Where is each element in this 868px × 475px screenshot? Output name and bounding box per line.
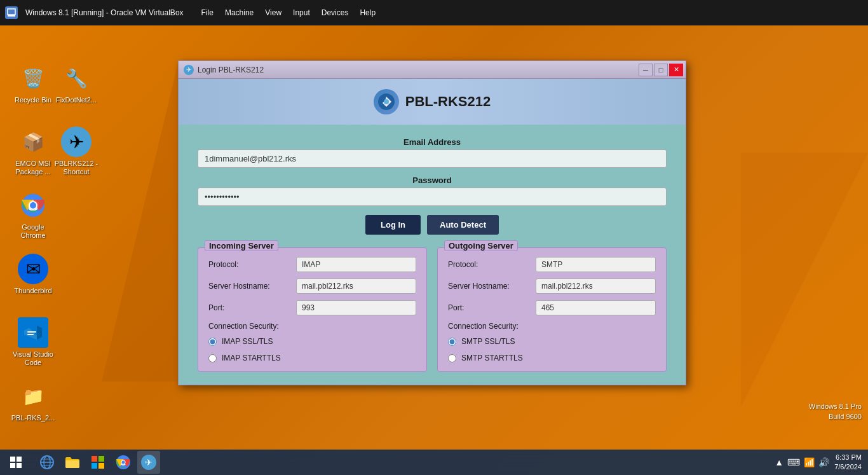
svg-rect-7	[27, 331, 36, 333]
taskbar-pbl-icon[interactable]: ✈	[137, 451, 160, 474]
incoming-ssl-label: IMAP SSL/TLS	[222, 337, 273, 346]
outgoing-server-section: Outgoing Server Protocol: Server Hostnam…	[437, 247, 667, 372]
password-group: Password	[198, 176, 667, 206]
auto-detect-button[interactable]: Auto Detect	[427, 215, 499, 235]
login-button[interactable]: Log In	[365, 215, 421, 235]
thunderbird-label: Thunderbird	[14, 287, 51, 295]
modal-title-left: ✈ Login PBL-RKS212	[184, 65, 264, 75]
action-buttons: Log In Auto Detect	[198, 215, 667, 235]
desktop-icon-chrome[interactable]: Google Chrome	[8, 188, 58, 242]
modal-minimize-btn[interactable]: ─	[639, 64, 653, 76]
desktop-icon-folder[interactable]: 📁 PBL-RKS_2...	[8, 378, 58, 425]
password-input[interactable]	[198, 188, 667, 206]
outgoing-hostname-field: Server Hostname:	[448, 279, 656, 294]
desktop-icon-pbl[interactable]: ✈ PBLRKS212 - Shortcut	[51, 124, 102, 179]
password-label: Password	[198, 176, 667, 185]
outgoing-ssl-label: SMTP SSL/TLS	[461, 337, 515, 346]
modal-maximize-btn[interactable]: □	[654, 64, 668, 76]
incoming-ssl-option[interactable]: IMAP SSL/TLS	[208, 337, 416, 346]
svg-rect-23	[98, 463, 104, 469]
systray-icons: ▲ ⌨ 📶 🔊	[775, 457, 829, 467]
incoming-ssl-radio[interactable]	[208, 338, 217, 346]
svg-rect-1	[8, 15, 15, 17]
systray-arrow-icon[interactable]: ▲	[775, 457, 783, 467]
system-clock[interactable]: 6:33 PM 7/6/2024	[834, 453, 862, 472]
outgoing-starttls-radio[interactable]	[448, 354, 456, 362]
menu-input[interactable]: Input	[288, 6, 315, 20]
systray: ▲ ⌨ 📶 🔊 6:33 PM 7/6/2024	[775, 453, 868, 472]
pbl-label: PBLRKS212 - Shortcut	[53, 160, 99, 176]
modal-close-btn[interactable]: ✕	[669, 64, 683, 76]
pbl-icon: ✈	[61, 127, 92, 157]
taskbar-store-icon[interactable]	[86, 451, 109, 474]
outgoing-ssl-radio[interactable]	[448, 338, 456, 346]
incoming-hostname-input[interactable]	[296, 279, 416, 294]
email-label: Email Address	[198, 137, 667, 147]
svg-point-6	[30, 202, 36, 209]
incoming-port-field: Port:	[208, 300, 416, 315]
svg-rect-13	[10, 463, 15, 468]
desktop-icon-vscode[interactable]: Visual Studio Code	[8, 315, 58, 369]
outgoing-hostname-label: Server Hostname:	[448, 282, 531, 291]
taskbar-pbl-app-icon: ✈	[141, 455, 156, 470]
svg-rect-22	[92, 463, 97, 469]
menu-file[interactable]: File	[196, 6, 219, 20]
svg-rect-14	[17, 463, 22, 468]
modal-titlebar: ✈ Login PBL-RKS212 ─ □ ✕	[179, 61, 686, 79]
taskbar-chrome-taskbar-icon[interactable]	[112, 451, 135, 474]
thunderbird-icon: ✉	[18, 254, 48, 284]
emco-icon: 📦	[18, 127, 48, 157]
incoming-port-input[interactable]	[296, 300, 416, 315]
incoming-radio-group: IMAP SSL/TLS IMAP STARTTLS	[208, 337, 416, 362]
incoming-server-section: Incoming Server Protocol: Server Hostnam…	[198, 247, 427, 372]
windows-info: Windows 8.1 Pro Build 9600	[809, 402, 862, 422]
outgoing-hostname-input[interactable]	[536, 279, 656, 294]
window-title: Windows 8.1 [Running] - Oracle VM Virtua…	[25, 8, 184, 17]
decor-triangle-2	[741, 153, 868, 407]
svg-point-10	[384, 99, 389, 104]
folder-icon: 📁	[18, 381, 48, 411]
menu-machine[interactable]: Machine	[220, 6, 259, 20]
menu-view[interactable]: View	[260, 6, 287, 20]
top-titlebar: Windows 8.1 [Running] - Oracle VM Virtua…	[0, 0, 868, 25]
systray-network-icon[interactable]: 📶	[804, 457, 815, 467]
incoming-port-label: Port:	[208, 303, 291, 312]
outgoing-starttls-label: SMTP STARTTLS	[461, 354, 523, 362]
start-button[interactable]	[0, 450, 32, 475]
outgoing-port-input[interactable]	[536, 300, 656, 315]
incoming-starttls-option[interactable]: IMAP STARTTLS	[208, 354, 416, 362]
systray-keyboard-icon[interactable]: ⌨	[787, 457, 800, 467]
fixdotnet-label: FixDotNet2...	[56, 96, 97, 104]
desktop-icon-fixdotnet[interactable]: 🔧 FixDotNet2...	[51, 60, 102, 107]
desktop-icon-thunderbird[interactable]: ✉ Thunderbird	[8, 251, 58, 298]
win-version: Windows 8.1 Pro	[809, 402, 862, 411]
outgoing-server-title: Outgoing Server	[444, 240, 518, 251]
svg-point-28	[122, 461, 125, 464]
top-menu-bar: File Machine View Input Devices Help	[196, 6, 381, 20]
outgoing-protocol-input[interactable]	[536, 257, 656, 272]
outgoing-starttls-option[interactable]: SMTP STARTTLS	[448, 354, 656, 362]
app-name: PBL-RKS212	[405, 93, 491, 110]
outgoing-port-field: Port:	[448, 300, 656, 315]
menu-help[interactable]: Help	[355, 6, 381, 20]
taskbar-folder-icon[interactable]	[61, 451, 84, 474]
outgoing-ssl-option[interactable]: SMTP SSL/TLS	[448, 337, 656, 346]
chrome-label: Google Chrome	[10, 223, 56, 240]
taskbar-ie-icon[interactable]	[36, 451, 58, 474]
incoming-protocol-input[interactable]	[296, 257, 416, 272]
systray-volume-icon[interactable]: 🔊	[818, 457, 829, 467]
incoming-starttls-label: IMAP STARTTLS	[222, 354, 281, 362]
vscode-icon	[18, 317, 48, 348]
email-group: Email Address	[198, 137, 667, 168]
login-modal: ✈ Login PBL-RKS212 ─ □ ✕ PBL-RKS212	[178, 60, 686, 385]
fixdotnet-icon: 🔧	[61, 63, 92, 93]
server-sections: Incoming Server Protocol: Server Hostnam…	[198, 247, 667, 372]
incoming-conn-label: Connection Security:	[208, 322, 416, 331]
incoming-starttls-radio[interactable]	[208, 354, 217, 362]
email-input[interactable]	[198, 149, 667, 168]
menu-devices[interactable]: Devices	[316, 6, 354, 20]
modal-controls[interactable]: ─ □ ✕	[639, 64, 683, 76]
vscode-label: Visual Studio Code	[10, 350, 56, 367]
outgoing-port-label: Port:	[448, 303, 531, 312]
svg-rect-21	[98, 456, 104, 462]
